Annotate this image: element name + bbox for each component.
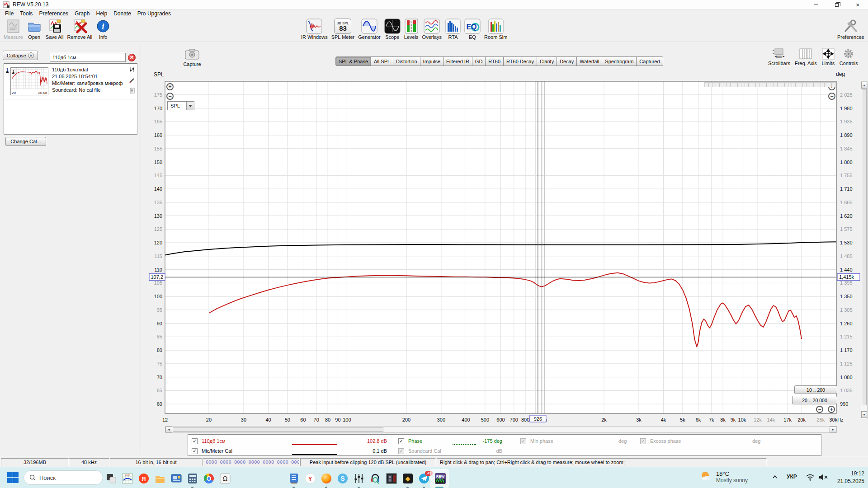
taskbar-task-squares-icon[interactable] xyxy=(105,473,117,484)
toolbar-eq-button[interactable]: EQEQ xyxy=(462,18,482,40)
clock[interactable]: 19:12 21.05.2025 xyxy=(832,470,864,485)
tab-spectrogram[interactable]: Spectrogram xyxy=(602,56,637,66)
tab-decay[interactable]: Decay xyxy=(557,56,577,66)
scroll-down-icon[interactable]: ▼ xyxy=(861,411,867,418)
trace-type-select[interactable]: SPL xyxy=(167,101,194,110)
scrollbars-button[interactable]: ◄►▪▪Scrollbars xyxy=(766,47,793,66)
zoom-in-y-icon[interactable]: + xyxy=(166,83,174,90)
zoom-out-x-icon[interactable]: − xyxy=(816,406,823,413)
legend-checkbox-mic-meter-cal[interactable]: ✓ xyxy=(192,447,198,455)
scroll-left-icon[interactable]: ◄ xyxy=(165,427,172,432)
taskbar-omega-icon[interactable]: Ω xyxy=(219,473,231,484)
legend-checkbox-110дб-1см[interactable]: ✓ xyxy=(192,437,198,445)
minimize-button[interactable] xyxy=(806,0,826,9)
taskbar-mixer-icon[interactable] xyxy=(353,473,365,484)
toolbar-remove-all-button[interactable]: Remove All xyxy=(66,18,94,40)
measurement-list[interactable]: 1 12020,0k 110дб 1см.mdat 21.05.2025 18:… xyxy=(4,63,137,135)
scroll-up-icon[interactable]: ▲ xyxy=(861,82,867,89)
taskbar-yandex-browser-icon[interactable]: Y xyxy=(304,473,316,484)
taskbar-yandex-icon[interactable]: Я xyxy=(138,473,150,484)
wifi-icon[interactable] xyxy=(806,473,815,483)
taskbar-calculator-icon[interactable] xyxy=(187,473,198,484)
scroll-right-icon[interactable]: ► xyxy=(830,427,836,432)
menu-item-preferences[interactable]: Preferences xyxy=(36,10,71,17)
taskbar-binance-icon[interactable]: ◆ xyxy=(402,473,414,484)
measurement-name-input[interactable]: 110дб 1см xyxy=(50,53,126,62)
toolbar-info-button[interactable]: iInfo xyxy=(94,18,112,40)
toolbar-ir-windows-button[interactable]: IR Windows xyxy=(299,18,330,40)
capture-button[interactable]: Capture xyxy=(182,49,202,67)
tab-all-spl[interactable]: All SPL xyxy=(371,56,393,66)
deg-axis-label: 1 035 xyxy=(840,388,853,393)
measurement-thumbnail[interactable]: 12020,0k xyxy=(10,67,48,95)
taskbar-audio-search-icon[interactable] xyxy=(369,473,381,484)
toolbar-levels-button[interactable]: 0369Levels xyxy=(402,18,420,40)
change-cal-button[interactable]: Change Cal... xyxy=(5,137,46,146)
range-spl-button[interactable]: 10 .. 200 xyxy=(794,385,837,394)
close-button[interactable]: × xyxy=(847,0,868,9)
legend-label: Min phase xyxy=(530,437,553,445)
taskbar-explorer-icon[interactable] xyxy=(154,473,166,484)
top-scrollbar[interactable] xyxy=(704,82,836,87)
remove-measurement-icon[interactable]: ✕ xyxy=(128,54,136,61)
range-freq-button[interactable]: 20 .. 20 000 xyxy=(792,396,837,404)
vertical-scrollbar[interactable]: ▲ ▼ xyxy=(861,81,868,419)
freq-axis-button[interactable]: Freq. Axis xyxy=(793,47,819,66)
toolbar-scope-button[interactable]: Scope xyxy=(382,18,402,40)
language-indicator[interactable]: УКР xyxy=(787,474,797,480)
collapse-button[interactable]: Collapse « xyxy=(3,51,38,60)
weather-widget[interactable]: 18°CMostly sunny xyxy=(700,470,748,484)
tab-filtered-ir[interactable]: Filtered IR xyxy=(443,56,472,66)
controls-button[interactable]: Controls xyxy=(837,47,860,66)
limits-button[interactable]: Limits xyxy=(819,47,837,66)
menu-item-pro-upgrades[interactable]: Pro Upgrades xyxy=(134,10,174,17)
tray-expand-icon[interactable] xyxy=(771,474,778,482)
volume-muted-icon[interactable] xyxy=(818,473,828,483)
search-input[interactable]: Поиск xyxy=(24,470,103,485)
taskbar-chrome-icon[interactable] xyxy=(203,473,215,484)
tab-gd[interactable]: GD xyxy=(472,56,486,66)
taskbar-firefox-icon[interactable] xyxy=(321,473,332,484)
taskbar-rew-app-icon[interactable]: REW xyxy=(434,473,446,484)
taskbar-skype-icon[interactable]: S xyxy=(337,473,349,484)
menu-item-graph[interactable]: Graph xyxy=(71,10,93,17)
toolbar-overlays-button[interactable]: Overlays xyxy=(420,18,443,40)
legend-checkbox-phase[interactable]: ✓ xyxy=(398,437,404,445)
taskbar-speaker-test-icon[interactable] xyxy=(386,473,397,484)
taskbar-spreadsheet-app-icon[interactable]: audol xyxy=(122,473,133,484)
menu-item-file[interactable]: File xyxy=(2,10,17,17)
svg-text:◄: ◄ xyxy=(774,55,777,58)
taskbar-notes-blue-icon[interactable] xyxy=(288,473,300,484)
toolbar-save-all-button[interactable]: Save All xyxy=(44,18,66,40)
tab-rt60-decay[interactable]: RT60 Decay xyxy=(504,56,537,66)
chevron-down-icon[interactable] xyxy=(186,102,194,110)
taskbar-telegram-icon[interactable]: .49 xyxy=(418,473,430,484)
legend-value: dB xyxy=(453,447,502,455)
toolbar-generator-button[interactable]: Generator xyxy=(356,18,382,40)
menu-item-donate[interactable]: Donate xyxy=(110,10,134,17)
zoom-in-x-icon[interactable]: + xyxy=(828,406,835,413)
toolbar-open-button[interactable]: Open xyxy=(25,18,44,40)
toolbar-spl-meter-button[interactable]: dB SPL83SPL Meter xyxy=(330,18,357,40)
menu-item-help[interactable]: Help xyxy=(93,10,110,17)
notes-icon[interactable] xyxy=(129,87,135,94)
zoom-out-y-icon[interactable]: − xyxy=(166,93,174,100)
edit-pencil-icon[interactable] xyxy=(129,77,135,83)
toolbar-rta-button[interactable]: RTA xyxy=(443,18,462,40)
zoom-out-right-icon[interactable]: − xyxy=(828,93,835,100)
start-button[interactable] xyxy=(7,472,19,483)
tab-captured[interactable]: Captured xyxy=(637,56,663,66)
tab-impulse[interactable]: Impulse xyxy=(420,56,444,66)
trace-options-icon[interactable] xyxy=(129,66,135,73)
taskbar-display-panel-icon[interactable] xyxy=(170,473,182,484)
tab-rt60[interactable]: RT60 xyxy=(486,56,504,66)
tab-spl-phase[interactable]: SPL & Phase xyxy=(335,56,371,66)
tab-clarity[interactable]: Clarity xyxy=(537,56,557,66)
menu-item-tools[interactable]: Tools xyxy=(17,10,36,17)
tab-distortion[interactable]: Distortion xyxy=(393,56,420,66)
horizontal-scrollbar[interactable]: ◄ ► xyxy=(165,426,837,433)
restore-button[interactable] xyxy=(826,0,847,9)
tab-waterfall[interactable]: Waterfall xyxy=(577,56,602,66)
toolbar-preferences-button[interactable]: Preferences xyxy=(835,18,866,40)
toolbar-room-sim-button[interactable]: Room Sim xyxy=(482,18,509,40)
